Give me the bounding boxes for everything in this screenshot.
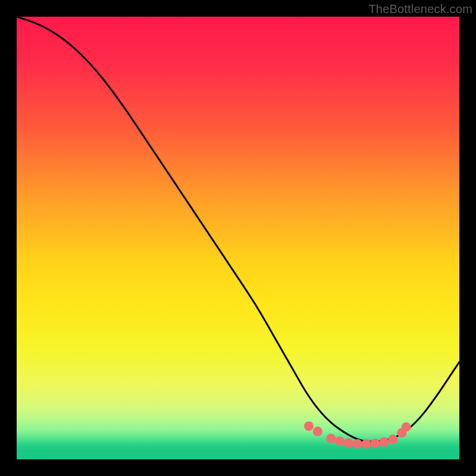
bottleneck-curve: [17, 17, 459, 441]
marker-dot: [380, 437, 389, 447]
optimal-range-markers: [304, 421, 411, 449]
marker-dot: [313, 427, 322, 436]
marker-dot: [353, 439, 362, 449]
marker-dot: [326, 434, 336, 443]
marker-dot: [362, 439, 371, 449]
chart-svg: [17, 17, 459, 459]
marker-dot: [335, 437, 345, 446]
marker-dot: [304, 421, 314, 431]
chart-frame: TheBottleneck.com: [0, 0, 476, 476]
marker-dot: [402, 422, 411, 432]
chart-plot-area: [17, 17, 459, 459]
marker-dot: [371, 439, 380, 448]
watermark-text: TheBottleneck.com: [368, 2, 472, 16]
marker-dot: [344, 439, 353, 448]
marker-dot: [388, 435, 397, 444]
